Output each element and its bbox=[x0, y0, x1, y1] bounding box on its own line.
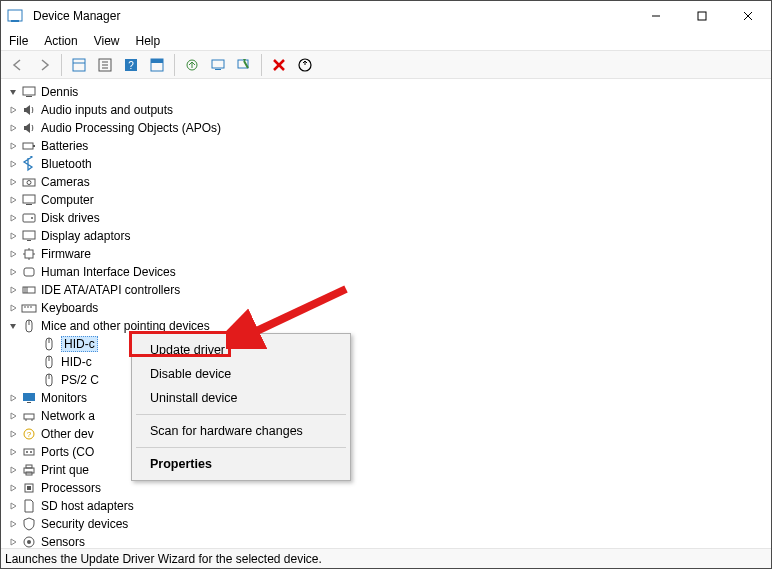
svg-rect-59 bbox=[24, 414, 34, 419]
svg-rect-64 bbox=[24, 449, 34, 455]
keyboard-icon bbox=[21, 300, 37, 316]
forward-icon[interactable] bbox=[33, 54, 55, 76]
tree-row[interactable]: SD host adapters bbox=[5, 497, 771, 515]
tree-row[interactable]: Disk drives bbox=[5, 209, 771, 227]
chevron-right-icon[interactable] bbox=[5, 267, 21, 277]
properties-pane-icon[interactable] bbox=[94, 54, 116, 76]
chevron-right-icon[interactable] bbox=[5, 285, 21, 295]
chevron-right-icon[interactable] bbox=[5, 231, 21, 241]
chevron-right-icon[interactable] bbox=[5, 195, 21, 205]
svg-point-29 bbox=[27, 181, 31, 185]
chevron-right-icon[interactable] bbox=[5, 519, 21, 529]
chevron-down-icon[interactable] bbox=[5, 87, 21, 97]
tree-row[interactable]: Monitors bbox=[5, 389, 771, 407]
chevron-right-icon[interactable] bbox=[5, 249, 21, 259]
remove-icon[interactable] bbox=[268, 54, 290, 76]
context-menu: Update driver Disable device Uninstall d… bbox=[131, 333, 351, 481]
speaker-icon bbox=[21, 102, 37, 118]
tree-row[interactable]: Audio inputs and outputs bbox=[5, 101, 771, 119]
tree-root-row[interactable]: Dennis bbox=[5, 83, 771, 101]
chevron-right-icon[interactable] bbox=[5, 483, 21, 493]
tree-row[interactable]: Audio Processing Objects (APOs) bbox=[5, 119, 771, 137]
back-icon[interactable] bbox=[7, 54, 29, 76]
other-icon: ? bbox=[21, 426, 37, 442]
chevron-right-icon[interactable] bbox=[5, 303, 21, 313]
tree-row[interactable]: Firmware bbox=[5, 245, 771, 263]
svg-rect-31 bbox=[26, 204, 32, 205]
help-icon[interactable]: ? bbox=[120, 54, 142, 76]
close-button[interactable] bbox=[725, 1, 771, 31]
chevron-right-icon[interactable] bbox=[5, 537, 21, 547]
network-icon bbox=[21, 408, 37, 424]
tree-row[interactable]: IDE ATA/ATAPI controllers bbox=[5, 281, 771, 299]
update-driver-icon[interactable] bbox=[181, 54, 203, 76]
svg-rect-71 bbox=[27, 486, 31, 490]
show-hidden-icon[interactable] bbox=[68, 54, 90, 76]
svg-rect-58 bbox=[27, 402, 31, 403]
chevron-right-icon[interactable] bbox=[5, 465, 21, 475]
scan-hardware-icon[interactable] bbox=[233, 54, 255, 76]
tree-node-label: Batteries bbox=[41, 139, 88, 153]
chevron-right-icon[interactable] bbox=[5, 213, 21, 223]
camera-icon bbox=[21, 174, 37, 190]
menu-view[interactable]: View bbox=[94, 34, 120, 48]
device-tree-area[interactable]: DennisAudio inputs and outputsAudio Proc… bbox=[1, 79, 771, 548]
tree-row[interactable]: Keyboards bbox=[5, 299, 771, 317]
tree-row[interactable]: Bluetooth bbox=[5, 155, 771, 173]
chevron-right-icon[interactable] bbox=[5, 141, 21, 151]
menu-help[interactable]: Help bbox=[136, 34, 161, 48]
prop-circle-icon[interactable] bbox=[294, 54, 316, 76]
chevron-right-icon[interactable] bbox=[5, 123, 21, 133]
svg-rect-35 bbox=[27, 240, 31, 241]
tree-row[interactable]: Ports (CO bbox=[5, 443, 771, 461]
titlebar: Device Manager bbox=[1, 1, 771, 31]
tree-row[interactable]: Cameras bbox=[5, 173, 771, 191]
chip-icon bbox=[21, 246, 37, 262]
minimize-button[interactable] bbox=[633, 1, 679, 31]
tree-node-label: Bluetooth bbox=[41, 157, 92, 171]
tree-row[interactable]: Network a bbox=[5, 407, 771, 425]
tree-node-label: Network a bbox=[41, 409, 95, 423]
chevron-right-icon[interactable] bbox=[5, 447, 21, 457]
svg-rect-6 bbox=[73, 59, 85, 71]
tree-row[interactable]: Print que bbox=[5, 461, 771, 479]
hid-icon bbox=[21, 264, 37, 280]
ctx-uninstall-device[interactable]: Uninstall device bbox=[132, 386, 350, 410]
tree-row[interactable]: Security devices bbox=[5, 515, 771, 533]
chevron-right-icon[interactable] bbox=[5, 159, 21, 169]
port-icon bbox=[21, 444, 37, 460]
ctx-update-driver[interactable]: Update driver bbox=[132, 338, 350, 362]
security-icon bbox=[21, 516, 37, 532]
ctx-disable-device[interactable]: Disable device bbox=[132, 362, 350, 386]
tree-row[interactable]: Human Interface Devices bbox=[5, 263, 771, 281]
tree-row[interactable]: Batteries bbox=[5, 137, 771, 155]
tree-row[interactable]: Sensors bbox=[5, 533, 771, 548]
mouse-icon bbox=[41, 354, 57, 370]
chevron-right-icon[interactable] bbox=[5, 501, 21, 511]
tree-row[interactable]: Display adaptors bbox=[5, 227, 771, 245]
display-driver-icon[interactable] bbox=[207, 54, 229, 76]
ctx-properties[interactable]: Properties bbox=[132, 452, 350, 476]
tree-row[interactable]: Computer bbox=[5, 191, 771, 209]
tree-node-label: Computer bbox=[41, 193, 94, 207]
tree-row[interactable]: Mice and other pointing devices bbox=[5, 317, 771, 335]
cpu-icon bbox=[21, 480, 37, 496]
chevron-right-icon[interactable] bbox=[5, 393, 21, 403]
menu-action[interactable]: Action bbox=[44, 34, 77, 48]
menu-file[interactable]: File bbox=[9, 34, 28, 48]
chevron-right-icon[interactable] bbox=[5, 177, 21, 187]
chevron-right-icon[interactable] bbox=[5, 105, 21, 115]
tree-node-label: Ports (CO bbox=[41, 445, 94, 459]
mouse-icon bbox=[41, 372, 57, 388]
svg-rect-30 bbox=[23, 195, 35, 203]
tree-row[interactable]: Processors bbox=[5, 479, 771, 497]
maximize-button[interactable] bbox=[679, 1, 725, 31]
tree-row[interactable]: ?Other dev bbox=[5, 425, 771, 443]
display-icon[interactable] bbox=[146, 54, 168, 76]
ctx-scan-hardware[interactable]: Scan for hardware changes bbox=[132, 419, 350, 443]
chevron-right-icon[interactable] bbox=[5, 411, 21, 421]
svg-rect-17 bbox=[212, 60, 224, 68]
chevron-down-icon[interactable] bbox=[5, 321, 21, 331]
tree-node-label: Dennis bbox=[41, 85, 78, 99]
chevron-right-icon[interactable] bbox=[5, 429, 21, 439]
